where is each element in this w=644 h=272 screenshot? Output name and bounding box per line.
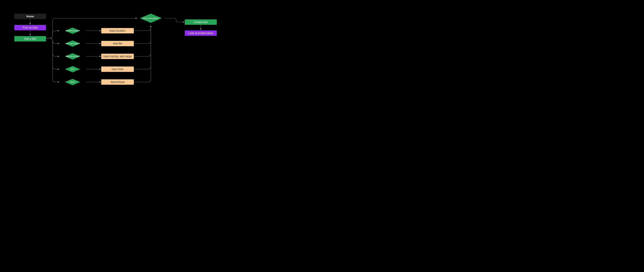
node-post-an-idea: Post an idea — [14, 25, 46, 30]
node-post-an-idea-label: Post an idea — [23, 26, 38, 29]
node-input-location-label: Input location — [110, 29, 126, 32]
node-add-file-label: Add file — [113, 42, 122, 45]
node-look-at-posted-ideas: Look at posted ideas — [185, 30, 217, 36]
node-add-file: Add file — [101, 41, 134, 46]
node-input-city-zip: Input city/zip, add range — [101, 54, 134, 59]
node-create-post: Create post — [185, 19, 217, 25]
node-input-size: Input Size — [101, 67, 134, 72]
node-look-at-posted-ideas-label: Look at posted ideas — [188, 32, 213, 35]
decision-other: Other? — [60, 77, 86, 87]
decision-restrict-location-label: Restrict location? — [60, 51, 86, 62]
decision-size: Size? — [60, 64, 86, 75]
node-add-a-title: Add a title — [14, 36, 46, 41]
decision-size-label: Size? — [60, 64, 86, 75]
decision-specific-location: Specific location? — [60, 25, 86, 36]
decision-add-a-description: Add a description? — [135, 10, 166, 26]
decision-specific-location-label: Specific location? — [60, 25, 86, 36]
node-input-city-zip-label: Input city/zip, add range — [103, 55, 132, 58]
node-create-post-label: Create post — [194, 20, 208, 24]
node-home-label: Home — [26, 15, 34, 18]
decision-other-label: Other? — [60, 77, 86, 87]
decision-add-any-images: Add any images? — [60, 38, 86, 49]
decision-add-any-images-label: Add any images? — [60, 38, 86, 49]
node-select-input-label: Select/Input — [110, 81, 124, 84]
node-select-input: Select/Input — [101, 79, 134, 85]
node-input-size-label: Input Size — [112, 68, 124, 71]
decision-add-a-description-label: Add a description? — [135, 10, 166, 26]
node-input-location: Input location — [101, 28, 134, 33]
decision-restrict-location: Restrict location? — [60, 51, 86, 62]
node-add-a-title-label: Add a title — [24, 37, 36, 40]
flowchart-canvas: Home Post an idea Add a title Specific l… — [0, 0, 232, 98]
node-home: Home — [14, 14, 46, 19]
